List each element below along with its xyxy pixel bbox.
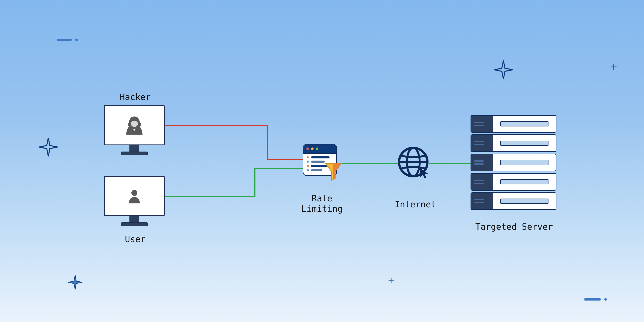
connector-user-to-ratelimit	[164, 196, 256, 197]
connector-user-to-ratelimit	[254, 168, 305, 169]
internet-node	[397, 146, 429, 178]
server-unit	[470, 115, 556, 133]
connector-hacker-to-ratelimit	[267, 125, 268, 160]
server-unit	[470, 192, 556, 210]
server-unit	[470, 154, 556, 171]
connector-user-to-ratelimit	[254, 168, 256, 197]
decor-dash	[57, 39, 72, 41]
server-unit	[470, 134, 556, 152]
funnel-icon	[324, 162, 343, 181]
user-icon	[127, 188, 142, 204]
connector-ratelimit-to-internet	[336, 163, 398, 164]
internet-label: Internet	[391, 199, 440, 210]
connector-hacker-to-ratelimit	[267, 159, 304, 160]
connector-hacker-to-ratelimit	[164, 125, 268, 126]
decor-dash	[584, 298, 601, 300]
decor-dash-dot	[75, 39, 78, 41]
rate-limiting-label: Rate Limiting	[296, 193, 348, 214]
user-monitor	[104, 176, 165, 226]
svg-point-2	[132, 190, 138, 196]
sparkle-icon	[494, 60, 513, 80]
user-label: User	[118, 234, 152, 244]
sparkle-icon	[39, 138, 58, 157]
svg-point-0	[131, 121, 138, 127]
hacker-icon	[125, 114, 144, 136]
targeted-server-label: Targeted Server	[468, 222, 560, 232]
svg-point-1	[134, 128, 136, 130]
plus-icon: +	[388, 275, 394, 286]
cursor-icon	[418, 167, 431, 180]
connector-internet-to-server	[429, 163, 471, 164]
server-stack	[470, 115, 556, 210]
server-unit	[470, 173, 556, 190]
hacker-monitor	[104, 105, 165, 155]
decor-dash-dot	[604, 298, 607, 300]
sparkle-icon	[68, 275, 83, 290]
plus-icon: +	[610, 60, 617, 73]
rate-limiting-node	[303, 144, 337, 176]
hacker-label: Hacker	[114, 92, 157, 102]
